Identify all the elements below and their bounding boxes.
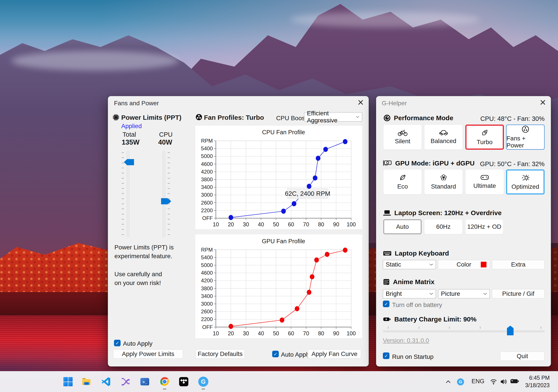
cpu-label: CPU <box>159 131 173 138</box>
total-label: Total <box>122 131 136 138</box>
gpu-optimized-button[interactable]: Optimized <box>506 169 545 194</box>
gpu-temp-status: GPU: 50°C - Fan: 32% <box>480 160 545 168</box>
gauge-icon <box>383 114 391 122</box>
mode-fans-power-button[interactable]: Fans + Power <box>506 125 545 150</box>
svg-text:4200: 4200 <box>201 169 213 175</box>
start-button-icon[interactable] <box>63 377 73 387</box>
vscode-icon[interactable] <box>101 377 111 387</box>
svg-text:60: 60 <box>288 330 294 336</box>
svg-text:3800: 3800 <box>201 176 213 182</box>
svg-text:OFF: OFF <box>202 324 213 330</box>
run-on-startup-label: Run on Startup <box>392 353 434 360</box>
gpu-fan-curve-chart[interactable]: OFF220026003000340038004200460050005400R… <box>195 234 362 338</box>
close-icon[interactable]: × <box>357 97 364 108</box>
laptop-screen-heading: Laptop Screen: 120Hz + Overdrive <box>394 209 502 217</box>
svg-text:4600: 4600 <box>201 270 213 276</box>
fan-icon <box>196 114 202 120</box>
g-helper-taskbar-icon[interactable]: G <box>198 377 208 387</box>
anime-brightness-dropdown[interactable]: Bright <box>383 289 436 298</box>
visual-studio-icon[interactable] <box>121 377 131 387</box>
svg-text:5000: 5000 <box>201 262 213 268</box>
matrix-icon <box>383 278 390 285</box>
screen-auto-button[interactable]: Auto <box>383 219 422 234</box>
keyboard-mode-dropdown[interactable]: Static <box>383 260 436 269</box>
quit-button[interactable]: Quit <box>500 351 545 361</box>
wifi-icon[interactable] <box>490 378 497 385</box>
gpu-standard-button[interactable]: Standard <box>424 169 463 194</box>
laptop-keyboard-heading: Laptop Keyboard <box>395 250 449 257</box>
performance-mode-heading: Performance Mode <box>394 114 453 122</box>
keyboard-extra-button[interactable]: Extra <box>492 260 545 269</box>
factory-defaults-button[interactable]: Factory Defaults <box>196 349 245 359</box>
svg-text:>_: >_ <box>142 380 148 385</box>
cpu-power-slider[interactable] <box>157 151 170 237</box>
mode-turbo-button[interactable]: Turbo <box>465 125 504 150</box>
svg-text:100: 100 <box>347 330 356 336</box>
file-explorer-icon[interactable] <box>81 377 91 387</box>
svg-text:2600: 2600 <box>201 200 213 206</box>
cpu-fan-chart-panel[interactable]: OFF220026003000340038004200460050005400R… <box>195 125 363 230</box>
gpu-ultimate-button[interactable]: Ultimate <box>465 169 504 194</box>
svg-text:90: 90 <box>333 221 339 227</box>
apply-power-limits-button[interactable]: Apply Power Limits <box>113 349 183 359</box>
svg-text:10: 10 <box>213 221 219 227</box>
battery-limit-slider-thumb[interactable] <box>507 326 514 335</box>
check-icon: ✓ <box>384 354 388 358</box>
g-helper-running-indicator <box>201 389 205 390</box>
auto-apply-fan-label: Auto Apply <box>281 351 310 358</box>
battery-icon[interactable] <box>510 378 519 384</box>
cpu-slider-track[interactable] <box>163 151 165 237</box>
anime-mode-dropdown[interactable]: Picture <box>438 289 490 298</box>
svg-text:60: 60 <box>288 221 294 227</box>
tray-chevron-up-icon[interactable] <box>445 380 451 383</box>
svg-text:RPM: RPM <box>201 247 213 253</box>
fans-and-power-window: Fans and Power × Power Limits (PPT) Appl… <box>108 96 369 367</box>
screen-120hz-od-button[interactable]: 120Hz + OD <box>465 219 503 234</box>
run-on-startup-checkbox[interactable]: ✓ <box>383 352 389 359</box>
chrome-icon[interactable] <box>159 377 170 387</box>
tray-language[interactable]: ENG <box>471 378 485 385</box>
total-power-slider[interactable] <box>121 151 134 237</box>
svg-text:40: 40 <box>258 221 264 227</box>
close-icon[interactable]: × <box>540 97 546 108</box>
optimize-icon <box>521 174 530 182</box>
tray-g-helper-icon[interactable]: G <box>457 378 464 385</box>
apply-fan-curve-button[interactable]: Apply Fan Curve <box>308 349 361 359</box>
chevron-down-icon <box>429 293 433 295</box>
auto-apply-fan-checkbox[interactable]: ✓ <box>272 351 279 357</box>
experimental-note: Power Limits (PPT) is experimental featu… <box>114 243 174 287</box>
chip-icon <box>113 114 120 121</box>
gpu-mode-heading: GPU Mode: iGPU + dGPU <box>395 159 475 167</box>
mode-balanced-button[interactable]: Balanced <box>424 125 463 150</box>
total-slider-thumb[interactable] <box>124 159 134 165</box>
gpu-fan-chart-panel[interactable]: OFF220026003000340038004200460050005400R… <box>195 234 363 339</box>
anime-picture-gif-button[interactable]: Picture / Gif <box>492 289 545 298</box>
svg-text:2200: 2200 <box>201 208 213 213</box>
volume-icon[interactable] <box>500 378 508 385</box>
svg-text:4600: 4600 <box>201 161 213 167</box>
mode-silent-button[interactable]: Silent <box>383 125 422 150</box>
battery-limit-slider-track[interactable] <box>383 331 545 332</box>
keyboard-color-button[interactable]: Color <box>438 260 490 269</box>
svg-text:3400: 3400 <box>201 184 213 190</box>
total-value: 135W <box>122 138 140 146</box>
svg-text:5000: 5000 <box>201 153 213 159</box>
svg-text:5400: 5400 <box>201 254 213 260</box>
svg-text:70: 70 <box>303 221 309 227</box>
version-link[interactable]: Version: 0.31.0.0 <box>383 337 429 344</box>
svg-text:20: 20 <box>228 221 234 227</box>
check-icon: ✓ <box>384 302 388 306</box>
powershell-icon[interactable]: >_ <box>140 377 150 387</box>
svg-text:80: 80 <box>318 221 324 227</box>
svg-text:20: 20 <box>228 330 234 336</box>
tray-clock[interactable]: 6:45 PM 3/18/2023 <box>525 374 550 389</box>
auto-apply-power-checkbox[interactable]: ✓ <box>114 340 121 346</box>
turn-off-on-battery-checkbox[interactable]: ✓ <box>383 300 389 307</box>
cpu-boost-dropdown[interactable]: Efficient Aggressive <box>304 112 362 122</box>
gpu-eco-button[interactable]: Eco <box>383 169 422 194</box>
tidal-icon[interactable] <box>179 377 189 387</box>
cpu-fan-curve-chart[interactable]: OFF220026003000340038004200460050005400R… <box>195 125 362 229</box>
svg-text:RPM: RPM <box>201 138 213 144</box>
screen-60hz-button[interactable]: 60Hz <box>424 219 462 234</box>
desktop: Fans and Power × Power Limits (PPT) Appl… <box>0 0 558 392</box>
